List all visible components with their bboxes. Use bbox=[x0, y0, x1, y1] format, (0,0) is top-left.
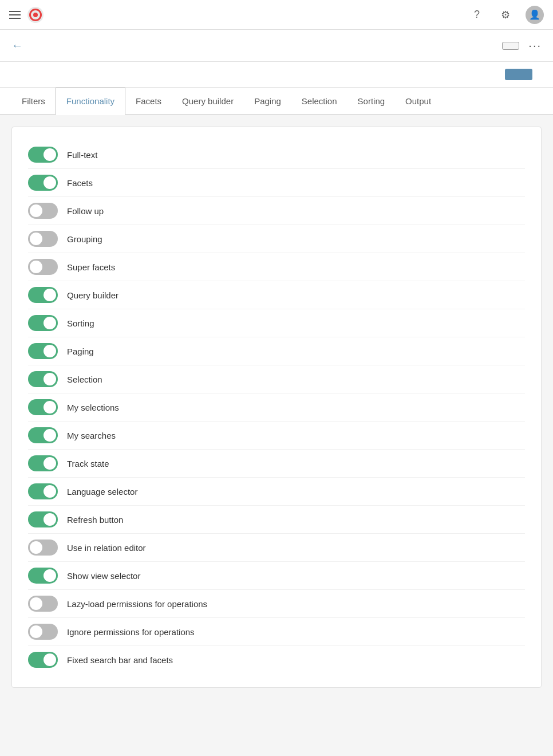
toggle-label-fixed-search-bar: Fixed search bar and facets bbox=[67, 655, 173, 665]
toggle-lazy-load-permissions[interactable]: ✓ bbox=[28, 596, 58, 612]
toggle-facets[interactable]: ✓ bbox=[28, 175, 58, 191]
toggle-label-query-builder: Query builder bbox=[67, 290, 118, 300]
toggle-label-use-in-relation-editor: Use in relation editor bbox=[67, 543, 146, 553]
toggle-fixed-search-bar[interactable]: ✓ bbox=[28, 652, 58, 668]
toggle-row-language-selector: ✓ Language selector bbox=[28, 478, 525, 506]
tab-output[interactable]: Output bbox=[395, 88, 441, 114]
toggle-label-full-text: Full-text bbox=[67, 150, 97, 160]
toggle-row-grouping: ✓ Grouping bbox=[28, 225, 525, 253]
toggle-refresh-button[interactable]: ✓ bbox=[28, 511, 58, 527]
custom-settings-button[interactable] bbox=[502, 42, 519, 50]
toggle-label-track-state: Track state bbox=[67, 459, 109, 468]
header-left: ← bbox=[11, 39, 30, 52]
toolbar bbox=[0, 62, 553, 88]
toggle-row-query-builder: ✓ Query builder bbox=[28, 281, 525, 309]
toggle-row-track-state: ✓ Track state bbox=[28, 450, 525, 478]
toggle-row-ignore-permissions: ✓ Ignore permissions for operations bbox=[28, 618, 525, 646]
toggle-label-facets: Facets bbox=[67, 178, 93, 188]
toggle-super-facets[interactable]: ✓ bbox=[28, 259, 58, 275]
toggle-label-lazy-load-permissions: Lazy-load permissions for operations bbox=[67, 599, 207, 609]
more-options-button[interactable]: ··· bbox=[528, 39, 542, 52]
toggle-language-selector[interactable]: ✓ bbox=[28, 483, 58, 499]
toggle-my-selections[interactable]: ✓ bbox=[28, 399, 58, 415]
toggle-row-my-searches: ✓ My searches bbox=[28, 422, 525, 450]
toggle-label-ignore-permissions: Ignore permissions for operations bbox=[67, 627, 195, 637]
toggle-row-lazy-load-permissions: ✓ Lazy-load permissions for operations bbox=[28, 590, 525, 618]
toggle-sorting[interactable]: ✓ bbox=[28, 315, 58, 331]
logo bbox=[27, 7, 47, 23]
toggle-row-super-facets: ✓ Super facets bbox=[28, 253, 525, 281]
logo-icon bbox=[27, 7, 44, 23]
toggle-selection[interactable]: ✓ bbox=[28, 371, 58, 387]
toggle-label-my-searches: My searches bbox=[67, 431, 116, 440]
toggle-label-selection: Selection bbox=[67, 375, 102, 384]
toggle-row-selection: ✓ Selection bbox=[28, 365, 525, 393]
toggle-row-refresh-button: ✓ Refresh button bbox=[28, 506, 525, 534]
tabs-bar: FiltersFunctionalityFacetsQuery builderP… bbox=[0, 88, 553, 115]
toggle-use-in-relation-editor[interactable]: ✓ bbox=[28, 540, 58, 556]
page-header: ← ··· bbox=[0, 30, 553, 62]
nav-left bbox=[9, 7, 47, 23]
tab-paging[interactable]: Paging bbox=[244, 88, 291, 114]
avatar[interactable]: 👤 bbox=[526, 6, 544, 24]
toggle-label-follow-up: Follow up bbox=[67, 206, 104, 216]
toggle-paging[interactable]: ✓ bbox=[28, 343, 58, 359]
toggle-row-fixed-search-bar: ✓ Fixed search bar and facets bbox=[28, 646, 525, 674]
toggle-label-paging: Paging bbox=[67, 346, 94, 356]
tab-selection[interactable]: Selection bbox=[291, 88, 347, 114]
toggle-my-searches[interactable]: ✓ bbox=[28, 427, 58, 443]
save-button[interactable] bbox=[505, 69, 532, 80]
toggle-label-sorting: Sorting bbox=[67, 318, 94, 328]
top-navigation: ? ⚙ 👤 bbox=[0, 0, 553, 30]
toggle-row-show-view-selector: ✓ Show view selector bbox=[28, 562, 525, 590]
toggle-label-my-selections: My selections bbox=[67, 403, 119, 412]
toggle-track-state[interactable]: ✓ bbox=[28, 455, 58, 471]
tab-filters[interactable]: Filters bbox=[11, 88, 56, 114]
toggle-row-sorting: ✓ Sorting bbox=[28, 309, 525, 337]
hamburger-icon[interactable] bbox=[9, 11, 21, 19]
toggle-follow-up[interactable]: ✓ bbox=[28, 203, 58, 219]
toggle-full-text[interactable]: ✓ bbox=[28, 147, 58, 163]
toggle-row-use-in-relation-editor: ✓ Use in relation editor bbox=[28, 534, 525, 562]
toggle-label-language-selector: Language selector bbox=[67, 487, 137, 497]
tab-query-builder[interactable]: Query builder bbox=[172, 88, 244, 114]
toggle-label-grouping: Grouping bbox=[67, 234, 102, 244]
toggle-ignore-permissions[interactable]: ✓ bbox=[28, 624, 58, 640]
header-right: ··· bbox=[502, 39, 542, 52]
settings-icon[interactable]: ⚙ bbox=[497, 6, 514, 23]
toggle-row-full-text: ✓ Full-text bbox=[28, 141, 525, 169]
settings-card: ✓ Full-text ✓ Facets ✓ bbox=[11, 127, 542, 688]
toggle-row-my-selections: ✓ My selections bbox=[28, 393, 525, 422]
toggle-row-facets: ✓ Facets bbox=[28, 169, 525, 197]
toggle-row-paging: ✓ Paging bbox=[28, 337, 525, 365]
toggle-row-follow-up: ✓ Follow up bbox=[28, 197, 525, 225]
toggle-grouping[interactable]: ✓ bbox=[28, 231, 58, 247]
toggle-label-refresh-button: Refresh button bbox=[67, 515, 123, 525]
back-button[interactable]: ← bbox=[11, 39, 23, 52]
toggle-query-builder[interactable]: ✓ bbox=[28, 287, 58, 303]
content-area: ✓ Full-text ✓ Facets ✓ bbox=[0, 115, 553, 699]
toggle-show-view-selector[interactable]: ✓ bbox=[28, 568, 58, 584]
toggle-label-super-facets: Super facets bbox=[67, 262, 115, 272]
tab-sorting[interactable]: Sorting bbox=[347, 88, 396, 114]
tab-facets[interactable]: Facets bbox=[125, 88, 172, 114]
tab-functionality[interactable]: Functionality bbox=[56, 88, 125, 115]
help-icon[interactable]: ? bbox=[468, 6, 485, 23]
toggle-label-show-view-selector: Show view selector bbox=[67, 571, 140, 581]
nav-right: ? ⚙ 👤 bbox=[468, 6, 544, 24]
